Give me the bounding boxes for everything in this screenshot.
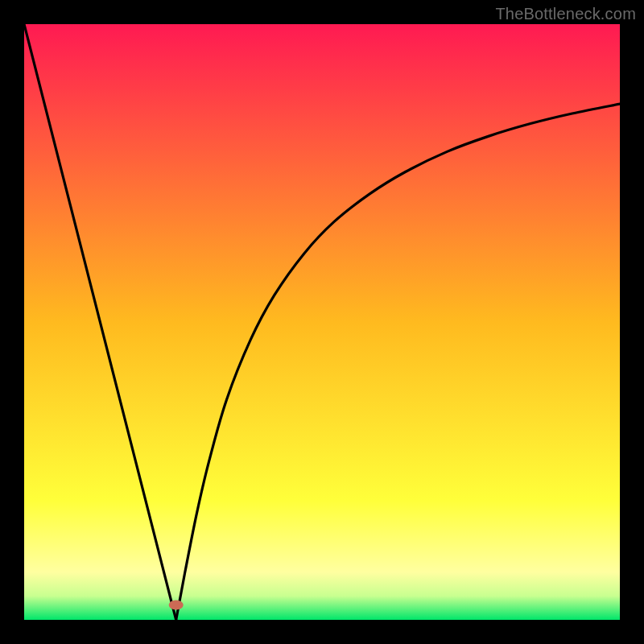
- bottleneck-chart: [24, 24, 620, 620]
- gradient-background: [24, 24, 620, 620]
- optimum-marker: [169, 601, 184, 610]
- chart-frame: [24, 24, 620, 620]
- attribution-label: TheBottleneck.com: [495, 5, 636, 23]
